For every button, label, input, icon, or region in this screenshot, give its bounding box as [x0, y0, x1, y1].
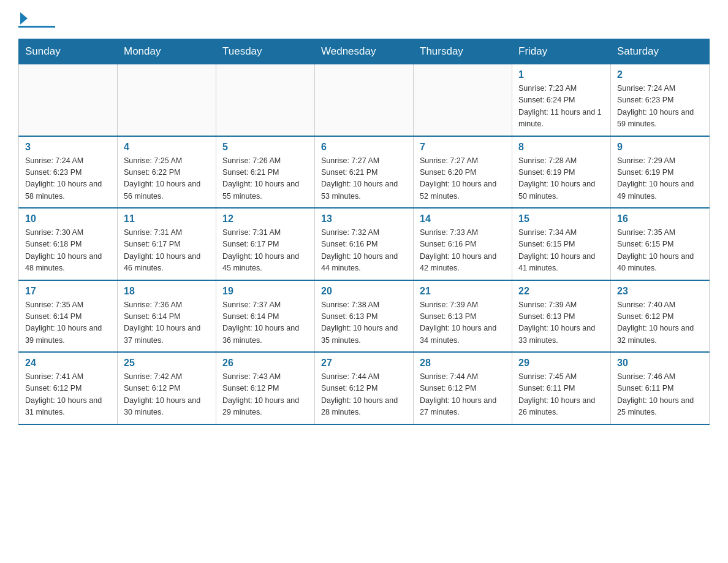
day-number: 19: [222, 286, 308, 297]
day-number: 5: [222, 142, 308, 153]
calendar-cell: 22Sunrise: 7:39 AMSunset: 6:13 PMDayligh…: [512, 280, 611, 353]
calendar-cell: 28Sunrise: 7:44 AMSunset: 6:12 PMDayligh…: [414, 352, 512, 424]
calendar-cell: [216, 64, 315, 136]
calendar-cell: 18Sunrise: 7:36 AMSunset: 6:14 PMDayligh…: [118, 280, 216, 353]
calendar-cell: 20Sunrise: 7:38 AMSunset: 6:13 PMDayligh…: [315, 280, 414, 353]
calendar-cell: 13Sunrise: 7:32 AMSunset: 6:16 PMDayligh…: [315, 208, 414, 280]
day-number: 23: [617, 286, 703, 297]
day-info: Sunrise: 7:41 AMSunset: 6:12 PMDaylight:…: [25, 371, 111, 419]
calendar-cell: 16Sunrise: 7:35 AMSunset: 6:15 PMDayligh…: [611, 208, 710, 280]
day-info: Sunrise: 7:28 AMSunset: 6:19 PMDaylight:…: [518, 155, 604, 203]
calendar-cell: 4Sunrise: 7:25 AMSunset: 6:22 PMDaylight…: [118, 136, 216, 209]
calendar-cell: 14Sunrise: 7:33 AMSunset: 6:16 PMDayligh…: [414, 208, 512, 280]
day-number: 6: [321, 142, 407, 153]
calendar-cell: [19, 64, 118, 136]
header-monday: Monday: [118, 39, 216, 64]
header-wednesday: Wednesday: [315, 39, 414, 64]
header-sunday: Sunday: [19, 39, 118, 64]
calendar-cell: 7Sunrise: 7:27 AMSunset: 6:20 PMDaylight…: [414, 136, 512, 209]
calendar-cell: 15Sunrise: 7:34 AMSunset: 6:15 PMDayligh…: [512, 208, 611, 280]
day-info: Sunrise: 7:25 AMSunset: 6:22 PMDaylight:…: [124, 155, 210, 203]
day-number: 17: [25, 286, 111, 297]
calendar-cell: 21Sunrise: 7:39 AMSunset: 6:13 PMDayligh…: [414, 280, 512, 353]
day-info: Sunrise: 7:40 AMSunset: 6:12 PMDaylight:…: [617, 299, 703, 347]
day-number: 30: [617, 358, 703, 369]
day-number: 13: [321, 213, 407, 224]
calendar-cell: [414, 64, 512, 136]
day-info: Sunrise: 7:23 AMSunset: 6:24 PMDaylight:…: [518, 83, 604, 131]
day-info: Sunrise: 7:32 AMSunset: 6:16 PMDaylight:…: [321, 227, 407, 275]
day-info: Sunrise: 7:35 AMSunset: 6:15 PMDaylight:…: [617, 227, 703, 275]
day-number: 4: [124, 142, 210, 153]
day-info: Sunrise: 7:30 AMSunset: 6:18 PMDaylight:…: [25, 227, 111, 275]
day-info: Sunrise: 7:39 AMSunset: 6:13 PMDaylight:…: [420, 299, 506, 347]
day-number: 10: [25, 213, 111, 224]
day-number: 2: [617, 69, 703, 80]
day-info: Sunrise: 7:45 AMSunset: 6:11 PMDaylight:…: [518, 371, 604, 419]
day-number: 21: [420, 286, 506, 297]
calendar-cell: 29Sunrise: 7:45 AMSunset: 6:11 PMDayligh…: [512, 352, 611, 424]
calendar-cell: [118, 64, 216, 136]
logo-underline: [18, 26, 55, 28]
calendar-cell: 1Sunrise: 7:23 AMSunset: 6:24 PMDaylight…: [512, 64, 611, 136]
calendar-cell: 2Sunrise: 7:24 AMSunset: 6:23 PMDaylight…: [611, 64, 710, 136]
logo: [18, 12, 55, 28]
day-info: Sunrise: 7:27 AMSunset: 6:20 PMDaylight:…: [420, 155, 506, 203]
page-header: [18, 12, 710, 28]
day-number: 22: [518, 286, 604, 297]
calendar-cell: 6Sunrise: 7:27 AMSunset: 6:21 PMDaylight…: [315, 136, 414, 209]
calendar-cell: 9Sunrise: 7:29 AMSunset: 6:19 PMDaylight…: [611, 136, 710, 209]
calendar-cell: 11Sunrise: 7:31 AMSunset: 6:17 PMDayligh…: [118, 208, 216, 280]
header-saturday: Saturday: [611, 39, 710, 64]
calendar-week-row: 17Sunrise: 7:35 AMSunset: 6:14 PMDayligh…: [19, 280, 710, 353]
calendar-cell: 10Sunrise: 7:30 AMSunset: 6:18 PMDayligh…: [19, 208, 118, 280]
day-info: Sunrise: 7:33 AMSunset: 6:16 PMDaylight:…: [420, 227, 506, 275]
day-info: Sunrise: 7:46 AMSunset: 6:11 PMDaylight:…: [617, 371, 703, 419]
day-number: 14: [420, 213, 506, 224]
day-number: 20: [321, 286, 407, 297]
day-info: Sunrise: 7:44 AMSunset: 6:12 PMDaylight:…: [420, 371, 506, 419]
day-number: 11: [124, 213, 210, 224]
day-info: Sunrise: 7:43 AMSunset: 6:12 PMDaylight:…: [222, 371, 308, 419]
day-info: Sunrise: 7:38 AMSunset: 6:13 PMDaylight:…: [321, 299, 407, 347]
calendar-cell: [315, 64, 414, 136]
calendar-cell: 12Sunrise: 7:31 AMSunset: 6:17 PMDayligh…: [216, 208, 315, 280]
day-info: Sunrise: 7:27 AMSunset: 6:21 PMDaylight:…: [321, 155, 407, 203]
day-number: 28: [420, 358, 506, 369]
calendar-cell: 23Sunrise: 7:40 AMSunset: 6:12 PMDayligh…: [611, 280, 710, 353]
day-info: Sunrise: 7:26 AMSunset: 6:21 PMDaylight:…: [222, 155, 308, 203]
day-info: Sunrise: 7:24 AMSunset: 6:23 PMDaylight:…: [617, 83, 703, 131]
day-number: 12: [222, 213, 308, 224]
day-info: Sunrise: 7:24 AMSunset: 6:23 PMDaylight:…: [25, 155, 111, 203]
calendar-cell: 25Sunrise: 7:42 AMSunset: 6:12 PMDayligh…: [118, 352, 216, 424]
day-number: 15: [518, 213, 604, 224]
calendar-cell: 19Sunrise: 7:37 AMSunset: 6:14 PMDayligh…: [216, 280, 315, 353]
day-number: 8: [518, 142, 604, 153]
calendar-cell: 27Sunrise: 7:44 AMSunset: 6:12 PMDayligh…: [315, 352, 414, 424]
calendar-cell: 8Sunrise: 7:28 AMSunset: 6:19 PMDaylight…: [512, 136, 611, 209]
day-info: Sunrise: 7:29 AMSunset: 6:19 PMDaylight:…: [617, 155, 703, 203]
calendar-cell: 30Sunrise: 7:46 AMSunset: 6:11 PMDayligh…: [611, 352, 710, 424]
calendar-cell: 26Sunrise: 7:43 AMSunset: 6:12 PMDayligh…: [216, 352, 315, 424]
day-info: Sunrise: 7:44 AMSunset: 6:12 PMDaylight:…: [321, 371, 407, 419]
calendar-table: SundayMondayTuesdayWednesdayThursdayFrid…: [18, 39, 710, 425]
day-info: Sunrise: 7:35 AMSunset: 6:14 PMDaylight:…: [25, 299, 111, 347]
day-number: 18: [124, 286, 210, 297]
calendar-cell: 24Sunrise: 7:41 AMSunset: 6:12 PMDayligh…: [19, 352, 118, 424]
day-info: Sunrise: 7:39 AMSunset: 6:13 PMDaylight:…: [518, 299, 604, 347]
header-thursday: Thursday: [414, 39, 512, 64]
day-number: 24: [25, 358, 111, 369]
day-number: 9: [617, 142, 703, 153]
day-info: Sunrise: 7:36 AMSunset: 6:14 PMDaylight:…: [124, 299, 210, 347]
header-tuesday: Tuesday: [216, 39, 315, 64]
day-number: 7: [420, 142, 506, 153]
calendar-week-row: 24Sunrise: 7:41 AMSunset: 6:12 PMDayligh…: [19, 352, 710, 424]
day-number: 26: [222, 358, 308, 369]
calendar-header-row: SundayMondayTuesdayWednesdayThursdayFrid…: [19, 39, 710, 64]
calendar-week-row: 10Sunrise: 7:30 AMSunset: 6:18 PMDayligh…: [19, 208, 710, 280]
day-info: Sunrise: 7:31 AMSunset: 6:17 PMDaylight:…: [222, 227, 308, 275]
logo-arrow-icon: [20, 12, 28, 25]
day-number: 3: [25, 142, 111, 153]
calendar-cell: 5Sunrise: 7:26 AMSunset: 6:21 PMDaylight…: [216, 136, 315, 209]
day-number: 1: [518, 69, 604, 80]
